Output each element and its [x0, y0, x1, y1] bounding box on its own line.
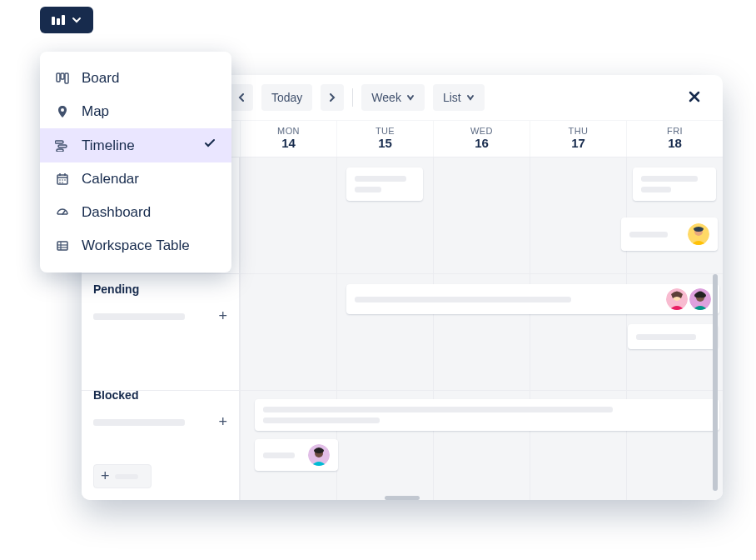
- view-item-calendar[interactable]: Calendar: [40, 162, 231, 196]
- close-button[interactable]: [681, 83, 708, 112]
- view-item-label: Board: [82, 70, 119, 87]
- day-header: FRI 18: [626, 121, 723, 157]
- dashboard-icon: [55, 205, 70, 220]
- calendar-icon: [55, 172, 70, 187]
- svg-rect-0: [57, 73, 60, 82]
- day-header: MON 14: [240, 121, 336, 157]
- svg-point-3: [61, 108, 64, 112]
- day-number: 14: [241, 136, 336, 150]
- timeline-grid[interactable]: [240, 158, 723, 500]
- skeleton-line: [263, 452, 295, 458]
- svg-rect-2: [65, 73, 68, 83]
- timeline-card[interactable]: [621, 218, 718, 251]
- skeleton-line: [641, 187, 671, 192]
- avatar: [308, 444, 330, 466]
- view-item-dashboard[interactable]: Dashboard: [40, 196, 231, 229]
- view-dropdown-menu: Board Map Timeline Calendar Dashboard Wo…: [40, 52, 231, 272]
- skeleton-line: [263, 407, 613, 412]
- day-header: TUE 15: [336, 121, 433, 157]
- svg-rect-4: [55, 141, 63, 143]
- day-name: WED: [434, 126, 530, 136]
- view-mode-label: List: [443, 91, 461, 104]
- close-icon: [688, 90, 701, 103]
- map-pin-icon: [55, 104, 70, 119]
- skeleton-line: [355, 297, 571, 302]
- vertical-scrollbar[interactable]: [713, 274, 718, 491]
- chevron-down-icon: [72, 15, 82, 25]
- timeline-card[interactable]: [255, 439, 338, 471]
- svg-rect-18: [57, 242, 67, 250]
- view-item-label: Dashboard: [82, 204, 151, 221]
- range-dropdown[interactable]: Week: [361, 84, 425, 111]
- chevron-left-icon: [237, 93, 246, 102]
- today-button[interactable]: Today: [261, 84, 312, 111]
- kanban-icon: [52, 15, 65, 25]
- day-name: FRI: [627, 126, 723, 136]
- svg-point-13: [64, 179, 66, 181]
- day-header: THU 17: [530, 121, 626, 157]
- group-blocked[interactable]: Blocked +: [82, 375, 239, 441]
- add-item-button[interactable]: +: [218, 308, 227, 325]
- timeline-card[interactable]: [255, 399, 719, 431]
- range-label: Week: [371, 91, 401, 104]
- view-item-board[interactable]: Board: [40, 62, 231, 95]
- timeline-icon: [55, 138, 70, 153]
- next-button[interactable]: [321, 84, 344, 111]
- view-item-label: Calendar: [82, 171, 139, 188]
- day-name: TUE: [337, 126, 433, 136]
- day-name: MON: [241, 126, 336, 136]
- skeleton-line: [93, 419, 185, 426]
- day-number: 17: [530, 136, 626, 150]
- check-icon: [203, 137, 216, 154]
- plus-icon: +: [101, 468, 110, 485]
- view-item-label: Map: [82, 103, 109, 120]
- view-switcher-button[interactable]: [40, 7, 93, 33]
- chevron-down-icon: [406, 93, 415, 102]
- skeleton-line: [263, 418, 380, 423]
- skeleton-line: [636, 334, 696, 340]
- svg-point-14: [59, 182, 61, 183]
- add-card-button[interactable]: +: [93, 464, 152, 488]
- avatar: [688, 223, 709, 245]
- day-number: 16: [434, 136, 530, 150]
- svg-rect-5: [58, 145, 67, 148]
- chevron-right-icon: [328, 93, 336, 102]
- group-title: Pending: [93, 282, 227, 296]
- skeleton-line: [93, 313, 185, 320]
- resize-handle[interactable]: [385, 496, 420, 500]
- day-number: 15: [337, 136, 433, 150]
- skeleton-line: [629, 232, 668, 238]
- day-name: THU: [530, 126, 626, 136]
- skeleton-line: [355, 187, 381, 192]
- timeline-card[interactable]: [628, 324, 718, 349]
- chevron-down-icon: [466, 93, 475, 102]
- view-item-label: Timeline: [82, 138, 135, 154]
- avatar: [666, 288, 688, 310]
- timeline-card[interactable]: [633, 168, 716, 201]
- kanban-icon: [55, 71, 70, 86]
- view-item-timeline[interactable]: Timeline: [40, 128, 231, 162]
- timeline-card[interactable]: [346, 284, 719, 314]
- skeleton-line: [355, 176, 406, 182]
- prev-button[interactable]: [230, 84, 253, 111]
- avatar: [689, 288, 711, 310]
- group-pending[interactable]: Pending +: [82, 269, 239, 335]
- toolbar-separator: [352, 88, 353, 107]
- svg-point-15: [62, 182, 63, 183]
- skeleton-line: [641, 176, 698, 182]
- day-header: WED 16: [433, 121, 530, 157]
- view-item-label: Workspace Table: [82, 238, 190, 254]
- table-icon: [55, 238, 70, 253]
- day-number: 18: [627, 136, 723, 150]
- view-item-map[interactable]: Map: [40, 95, 231, 128]
- svg-rect-6: [57, 149, 63, 152]
- svg-point-12: [62, 179, 63, 181]
- skeleton-line: [115, 474, 138, 479]
- view-mode-dropdown[interactable]: List: [433, 84, 485, 111]
- svg-rect-1: [61, 73, 64, 79]
- today-label: Today: [271, 91, 302, 104]
- add-item-button[interactable]: +: [218, 413, 227, 431]
- timeline-card[interactable]: [346, 168, 423, 201]
- svg-point-11: [59, 179, 61, 181]
- view-item-workspace-table[interactable]: Workspace Table: [40, 229, 231, 262]
